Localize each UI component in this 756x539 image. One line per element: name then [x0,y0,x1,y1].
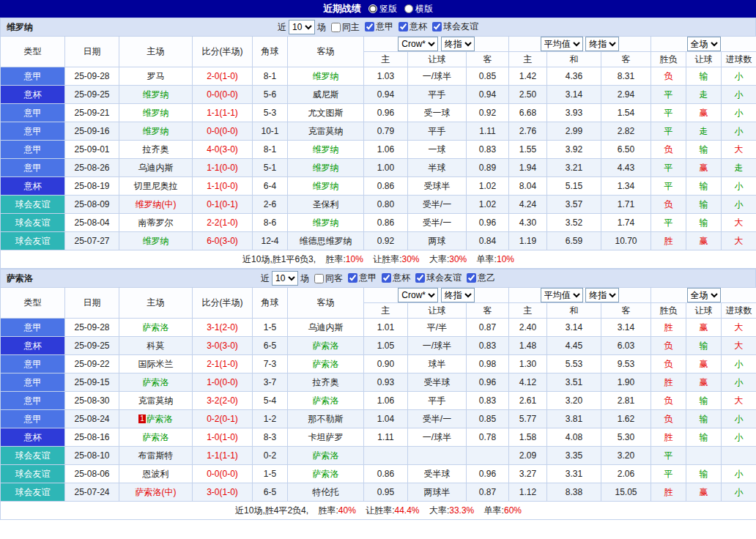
match-type-badge: 意杯 [1,428,65,447]
final-index-select[interactable]: 终指 [585,37,619,51]
away-team-name: 维罗纳 [313,163,339,173]
result-winlose: 负 [651,67,686,86]
average-select[interactable]: 平均值 [541,37,583,51]
result-winlose: 平 [651,177,686,196]
league-filter[interactable]: 意杯 [399,21,427,33]
recent-count-select[interactable]: 10 [289,20,315,34]
match-score: 0-0(0-0) [193,86,253,104]
col-euro-home: 主 [509,303,547,319]
match-date: 25-09-15 [65,373,119,392]
match-row: 球会友谊25-07-24萨索洛(中)3-0(1-0)6-5特伦托0.95两球半0… [1,483,756,502]
away-team-name: 萨索洛 [313,359,339,369]
result-winlose: 胜 [651,319,686,337]
league-filter-label: 意甲 [359,272,377,284]
result-goals: 小 [722,86,756,104]
bookmaker-select[interactable]: Crow* [398,37,438,51]
away-team: 尤文图斯 [288,104,364,122]
handicap-odds-away: 0.85 [467,67,509,86]
handicap-odds-away: 0.96 [467,373,509,392]
recent-count-select[interactable]: 10 [272,271,298,286]
handicap-odds-home: 0.95 [364,483,408,502]
same-venue-filter[interactable]: 同主 [331,21,360,34]
result-winlose: 平 [651,214,686,232]
away-team: 萨索洛 [288,355,364,373]
league-filter[interactable]: 球会友谊 [432,21,478,33]
home-team: 布雷斯特 [119,447,193,465]
col-result-winlose: 胜负 [651,52,686,67]
layout-option-horizontal[interactable]: 横版 [404,3,433,15]
euro-odds-away: 6.50 [601,141,651,159]
handicap-odds-home: 0.86 [364,214,408,232]
col-result-handicap: 让球 [686,52,722,67]
away-team-name: 萨索洛 [313,341,339,351]
euro-odds-home: 4.24 [509,196,547,214]
corner-score: 12-4 [253,232,288,250]
league-checkbox[interactable] [399,22,408,31]
handicap-odds-home: 0.93 [364,373,408,392]
handicap-line: 一/球半 [408,428,467,447]
corner-score: 10-1 [253,122,288,141]
result-handicap: 输 [686,67,722,86]
league-checkbox[interactable] [432,22,442,31]
result-winlose: 负 [651,141,686,159]
match-date: 25-09-16 [65,122,119,141]
handicap-odds-home: 0.90 [364,355,408,373]
horizontal-layout-radio[interactable] [404,4,413,13]
league-filter[interactable]: 意乙 [467,272,495,284]
handicap-odds-away: 0.89 [467,159,509,177]
result-handicap [686,447,722,465]
euro-odds-home: 1.48 [509,337,547,355]
bookmaker-select[interactable]: Crow* [398,288,438,302]
euro-odds-away: 4.43 [601,159,651,177]
col-type: 类型 [1,37,65,67]
result-handicap: 赢 [686,483,722,502]
same-venue-checkbox[interactable] [314,274,324,283]
euro-odds-home: 1.42 [509,67,547,86]
match-score: 1-1(0-0) [193,159,253,177]
result-handicap: 输 [686,196,722,214]
handicap-odds-home: 0.79 [364,122,408,141]
same-venue-filter[interactable]: 同客 [314,272,343,285]
euro-odds-home: 1.30 [509,355,547,373]
league-filter[interactable]: 意甲 [365,21,393,33]
handicap-odds-away: 0.87 [467,319,509,337]
league-checkbox[interactable] [382,273,391,283]
match-row: 球会友谊25-08-09维罗纳(中)0-1(0-1)2-6圣保利0.80受半/一… [1,196,756,214]
corner-score: 5-4 [253,392,288,410]
league-checkbox[interactable] [467,273,476,283]
euro-odds-draw: 3.93 [547,104,601,122]
vertical-layout-radio[interactable] [368,4,377,13]
league-checkbox[interactable] [348,273,357,283]
result-handicap: 输 [686,465,722,483]
euro-odds-home: 6.68 [509,104,547,122]
result-handicap: 输 [686,392,722,410]
result-winlose: 胜 [651,483,686,502]
average-select[interactable]: 平均值 [541,288,583,302]
league-filter-label: 球会友谊 [426,272,462,284]
league-filter[interactable]: 意杯 [382,272,410,284]
handicap-line: 两球半 [408,483,467,502]
euro-odds-away: 1.62 [601,410,651,428]
final-index-select[interactable]: 终指 [585,288,619,302]
euro-odds-home: 1.94 [509,159,547,177]
match-date: 25-08-26 [65,159,119,177]
match-row: 意甲25-09-28萨索洛3-1(2-0)1-5乌迪内斯1.01平/半0.872… [1,319,756,337]
home-team: 维罗纳 [119,232,193,250]
final-index-select[interactable]: 终指 [441,37,475,51]
league-filter[interactable]: 意甲 [348,272,377,284]
fullmatch-select[interactable]: 全场 [687,288,721,302]
league-checkbox[interactable] [415,273,425,283]
corner-score: 5-6 [253,86,288,104]
match-score: 3-0(3-0) [193,337,253,355]
league-checkbox[interactable] [365,22,374,31]
result-winlose: 平 [651,159,686,177]
corner-score: 5-3 [253,104,288,122]
match-type-badge: 意甲 [1,122,65,141]
col-euro-away: 客 [601,303,651,319]
layout-option-vertical[interactable]: 竖版 [368,3,397,15]
home-team-name: 萨索洛 [143,432,169,442]
final-index-select[interactable]: 终指 [441,288,475,302]
league-filter[interactable]: 球会友谊 [415,272,462,284]
fullmatch-select[interactable]: 全场 [687,37,721,51]
same-venue-checkbox[interactable] [331,23,341,32]
